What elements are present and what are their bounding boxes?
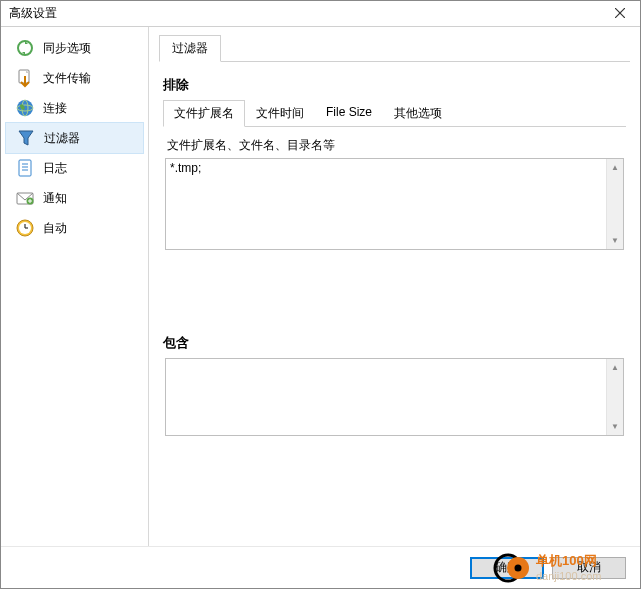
sidebar-item-label: 自动	[43, 220, 67, 237]
globe-icon	[15, 98, 35, 118]
tab-file-extension[interactable]: 文件扩展名	[163, 100, 245, 127]
sidebar-item-sync-options[interactable]: 同步选项	[1, 33, 148, 63]
svg-point-5	[17, 100, 33, 116]
close-icon	[615, 7, 625, 21]
include-title: 包含	[163, 334, 630, 352]
cancel-button[interactable]: 取消	[552, 557, 626, 579]
sidebar-item-file-transfer[interactable]: 文件传输	[1, 63, 148, 93]
sidebar-item-label: 连接	[43, 100, 67, 117]
scroll-down-icon: ▼	[607, 418, 623, 435]
main-panel: 过滤器 排除 文件扩展名 文件时间 File Size 其他选项 文件扩展名、文…	[149, 27, 640, 546]
sidebar-item-label: 通知	[43, 190, 67, 207]
main-tabstrip: 过滤器	[159, 35, 630, 62]
exclude-field-label: 文件扩展名、文件名、目录名等	[167, 137, 622, 154]
sidebar-item-auto[interactable]: 自动	[1, 213, 148, 243]
envelope-icon	[15, 188, 35, 208]
scroll-down-icon: ▼	[607, 232, 623, 249]
sidebar-item-notification[interactable]: 通知	[1, 183, 148, 213]
scrollbar[interactable]: ▲ ▼	[606, 359, 623, 435]
dialog-body: 同步选项 文件传输 连接 过滤器	[1, 27, 640, 546]
scrollbar[interactable]: ▲ ▼	[606, 159, 623, 249]
dialog-footer: 确定 取消 单机100网 danji100.com	[1, 546, 640, 588]
sidebar-item-connection[interactable]: 连接	[1, 93, 148, 123]
clock-icon	[15, 218, 35, 238]
svg-rect-8	[19, 160, 31, 176]
tab-other-options[interactable]: 其他选项	[383, 100, 453, 126]
include-textarea-content	[166, 359, 606, 435]
tab-filter[interactable]: 过滤器	[159, 35, 221, 62]
exclude-tabstrip: 文件扩展名 文件时间 File Size 其他选项	[163, 100, 626, 127]
sidebar-item-filter[interactable]: 过滤器	[5, 122, 144, 154]
exclude-textarea-content: *.tmp;	[166, 159, 606, 249]
exclude-title: 排除	[163, 76, 630, 94]
ok-button[interactable]: 确定	[470, 557, 544, 579]
sidebar-item-label: 同步选项	[43, 40, 91, 57]
funnel-icon	[16, 128, 36, 148]
window-title: 高级设置	[9, 5, 57, 22]
log-icon	[15, 158, 35, 178]
sidebar-item-label: 过滤器	[44, 130, 80, 147]
tab-file-time[interactable]: 文件时间	[245, 100, 315, 126]
dialog-window: 高级设置 同步选项 文件传输	[0, 0, 641, 589]
sidebar: 同步选项 文件传输 连接 过滤器	[1, 27, 149, 546]
exclude-textarea[interactable]: *.tmp; ▲ ▼	[165, 158, 624, 250]
close-button[interactable]	[600, 1, 640, 27]
file-transfer-icon	[15, 68, 35, 88]
sidebar-item-label: 文件传输	[43, 70, 91, 87]
sync-icon	[15, 38, 35, 58]
sidebar-item-log[interactable]: 日志	[1, 153, 148, 183]
scroll-up-icon: ▲	[607, 359, 623, 376]
scroll-up-icon: ▲	[607, 159, 623, 176]
include-textarea[interactable]: ▲ ▼	[165, 358, 624, 436]
titlebar: 高级设置	[1, 1, 640, 27]
sidebar-item-label: 日志	[43, 160, 67, 177]
tab-file-size[interactable]: File Size	[315, 100, 383, 126]
